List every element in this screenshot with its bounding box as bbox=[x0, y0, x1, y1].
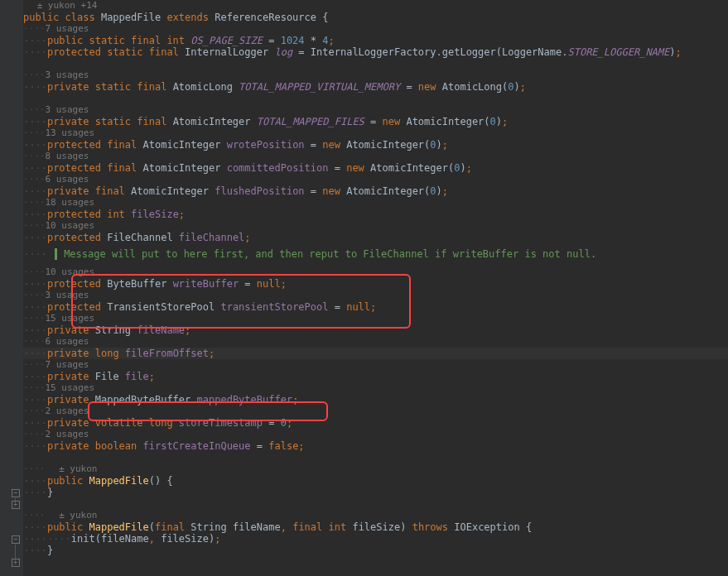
code-line[interactable]: ····private boolean firstCreateInQueue =… bbox=[23, 440, 728, 452]
usage-hint[interactable]: ····6 usages bbox=[23, 336, 728, 348]
code-area[interactable]: ± yukon +14 public class MappedFile exte… bbox=[23, 0, 728, 556]
usage-hint[interactable]: ····10 usages bbox=[23, 220, 728, 232]
usage-hint[interactable]: ····7 usages bbox=[23, 359, 728, 371]
code-line[interactable]: ····protected final AtomicInteger commit… bbox=[23, 162, 728, 174]
code-line[interactable]: ····public static final int OS_PAGE_SIZE… bbox=[23, 35, 728, 46]
author-annotation[interactable]: ···· ± yukon bbox=[23, 510, 728, 521]
code-line[interactable]: ····private static final AtomicInteger T… bbox=[23, 116, 728, 127]
usage-hint[interactable]: ····3 usages bbox=[23, 104, 728, 116]
code-line[interactable]: public class MappedFile extends Referenc… bbox=[23, 12, 728, 23]
usage-hint[interactable]: ····15 usages bbox=[23, 382, 728, 394]
code-line[interactable]: ····protected static final InternalLogge… bbox=[23, 46, 728, 58]
gutter: − − − − bbox=[0, 0, 23, 576]
usage-hint[interactable]: ····10 usages bbox=[23, 266, 728, 278]
code-line[interactable]: ····private volatile long storeTimestamp… bbox=[23, 417, 728, 429]
usage-hint[interactable]: ····8 usages bbox=[23, 151, 728, 162]
usage-hint[interactable]: ····2 usages bbox=[23, 429, 728, 440]
usage-hint[interactable]: ····15 usages bbox=[23, 313, 728, 324]
fold-toggle[interactable]: − bbox=[12, 489, 20, 497]
fold-toggle[interactable]: − bbox=[12, 501, 20, 509]
usage-hint[interactable]: ····7 usages bbox=[23, 23, 728, 35]
code-line[interactable]: ····} bbox=[23, 545, 728, 556]
blank-line bbox=[23, 498, 728, 510]
code-line[interactable]: ····private String fileName; bbox=[23, 324, 728, 336]
code-line[interactable]: ····protected FileChannel fileChannel; bbox=[23, 232, 728, 243]
code-line[interactable]: ····protected final AtomicInteger wroteP… bbox=[23, 139, 728, 151]
usage-hint[interactable]: ····13 usages bbox=[23, 127, 728, 139]
code-line-highlighted[interactable]: ····private long fileFromOffset; bbox=[23, 348, 728, 359]
code-line[interactable]: ····private final AtomicInteger flushedP… bbox=[23, 185, 728, 197]
usage-hint[interactable]: ····6 usages bbox=[23, 174, 728, 185]
doc-comment-line: ···· Message will put to here first, and… bbox=[23, 243, 728, 266]
usage-hint[interactable]: ····3 usages bbox=[23, 70, 728, 81]
blank-line bbox=[23, 452, 728, 463]
code-line[interactable]: ····public MappedFile() { bbox=[23, 475, 728, 487]
code-line[interactable]: ····} bbox=[23, 487, 728, 498]
usage-hint[interactable]: ····3 usages bbox=[23, 290, 728, 301]
fold-toggle[interactable]: − bbox=[12, 535, 20, 544]
code-line[interactable]: ····public MappedFile(final String fileN… bbox=[23, 521, 728, 533]
code-line[interactable]: ········init(fileName, fileSize); bbox=[23, 533, 728, 545]
author-annotation[interactable]: ···· ± yukon bbox=[23, 463, 728, 475]
code-line[interactable]: ····protected TransientStorePool transie… bbox=[23, 301, 728, 313]
code-line[interactable]: ····protected ByteBuffer writeBuffer = n… bbox=[23, 278, 728, 290]
code-line[interactable]: ····private MappedByteBuffer mappedByteB… bbox=[23, 394, 728, 406]
usage-hint[interactable]: ····18 usages bbox=[23, 197, 728, 209]
code-line[interactable]: ····protected int fileSize; bbox=[23, 209, 728, 220]
author-annotation[interactable]: ± yukon +14 bbox=[23, 0, 728, 12]
code-editor[interactable]: − − − − ± yukon +14 public class MappedF… bbox=[0, 0, 728, 576]
code-line[interactable]: ····private File file; bbox=[23, 371, 728, 382]
blank-line bbox=[23, 93, 728, 104]
fold-toggle[interactable]: − bbox=[12, 559, 20, 567]
code-line[interactable]: ····private static final AtomicLong TOTA… bbox=[23, 81, 728, 93]
usage-hint[interactable]: ····2 usages bbox=[23, 406, 728, 417]
blank-line bbox=[23, 58, 728, 70]
